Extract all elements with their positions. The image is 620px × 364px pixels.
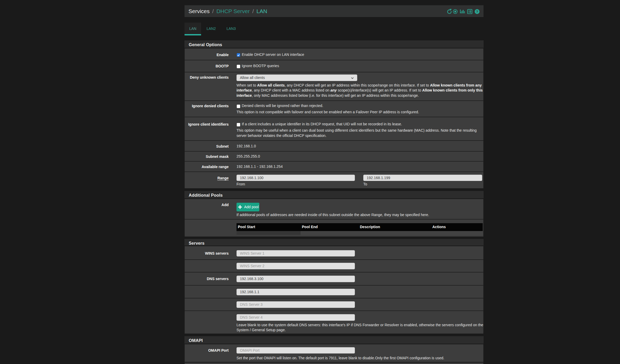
svg-text:?: ? <box>476 10 478 14</box>
